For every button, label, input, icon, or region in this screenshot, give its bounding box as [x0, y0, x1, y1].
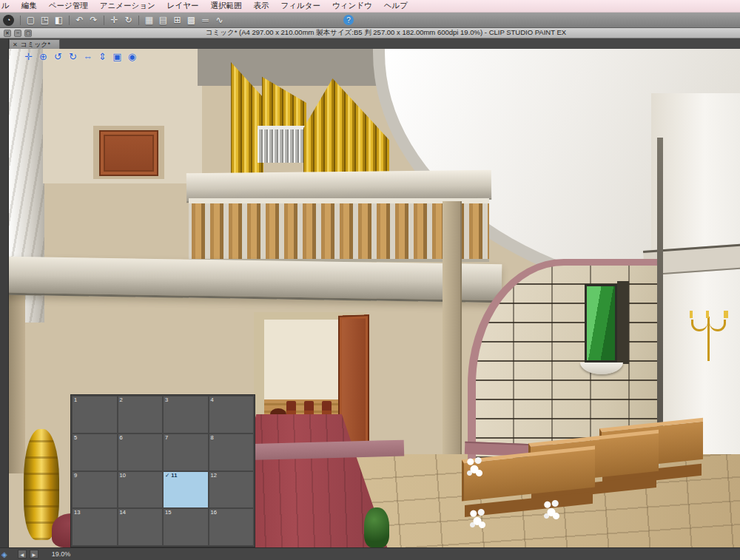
toolbar-separator: [138, 16, 139, 25]
white-flower-bouquet: [468, 506, 487, 531]
tab-label: コミック*: [21, 40, 50, 50]
navigator-icon[interactable]: ◈: [1, 550, 7, 559]
canvas-column: ✕ コミック*: [9, 38, 740, 547]
balcony-bottom-cornice: [9, 257, 502, 303]
thumbnail-number: 16: [209, 509, 218, 516]
3d-canvas[interactable]: ✛ ⊕ ↺ ↻ ⇔ ⇕ ▣ ◉ 12345678910✓ 11121314151…: [9, 49, 740, 547]
thumbnail-4[interactable]: 4: [209, 397, 254, 433]
open-file-icon[interactable]: ◳: [38, 14, 52, 27]
thumbnail-number: 14: [118, 509, 127, 516]
thumbnail-number: 2: [118, 397, 124, 404]
prev-page-button[interactable]: ◀: [18, 550, 27, 559]
clip-studio-paint-window: ル 編集 ページ管理 アニメーション レイヤー 選択範囲 表示 フィルター ウィ…: [0, 0, 740, 560]
thumbnail-number: 8: [209, 434, 215, 442]
guide-icon[interactable]: ═: [198, 14, 212, 27]
camera-rotate-icon[interactable]: ✛: [22, 50, 35, 63]
thumbnail-5[interactable]: 5: [73, 434, 117, 470]
thumbnail-12[interactable]: 12: [209, 472, 254, 508]
close-icon[interactable]: ✕: [4, 30, 11, 37]
menu-item-animation[interactable]: アニメーション: [94, 1, 161, 11]
thumbnail-8[interactable]: 8: [209, 434, 254, 470]
white-flower-bouquet: [465, 454, 484, 479]
menu-item-filter[interactable]: フィルター: [275, 1, 326, 11]
move-tool-icon[interactable]: ✛: [107, 14, 121, 27]
thumbnail-number: 9: [73, 472, 78, 479]
toolbar-separator: [69, 16, 70, 25]
thumbnail-13[interactable]: 13: [73, 509, 117, 545]
thumbnail-14[interactable]: 14: [118, 509, 163, 545]
thumbnail-10[interactable]: 10: [118, 472, 163, 508]
collapsed-palette-strip[interactable]: [0, 38, 9, 547]
wall-crevice: [657, 138, 663, 463]
thumbnail-grid: 12345678910✓ 111213141516: [70, 394, 255, 547]
menu-item-window[interactable]: ウィンドウ: [326, 1, 378, 11]
thumbnail-2[interactable]: 2: [118, 397, 163, 433]
menu-item-layer[interactable]: レイヤー: [161, 1, 205, 11]
menu-item-edit[interactable]: 編集: [16, 1, 43, 11]
thumbnail-number: ✓ 11: [164, 472, 178, 479]
thumbnail-3[interactable]: 3: [164, 397, 208, 433]
grid-icon[interactable]: ▩: [184, 14, 198, 27]
redo-icon[interactable]: ↷: [87, 14, 101, 27]
thumbnail-16[interactable]: 16: [209, 509, 254, 545]
document-title-bar: ✕ − ▢ コミック* (A4 297.00 x 210.00mm 製本サイズ:…: [0, 28, 740, 38]
clip-studio-logo-icon[interactable]: ◔: [3, 15, 14, 26]
menu-item-view[interactable]: 表示: [247, 1, 275, 11]
thumbnail-11[interactable]: ✓ 11: [164, 472, 208, 508]
undo-icon[interactable]: ↶: [73, 14, 87, 27]
thumbnail-number: 1: [73, 397, 78, 404]
camera-orbit-right-icon[interactable]: ↻: [67, 50, 79, 63]
thumbnail-number: 6: [118, 434, 124, 442]
thumbnail-number: 4: [209, 397, 215, 404]
thumbnail-15[interactable]: 15: [164, 509, 208, 545]
maximize-icon[interactable]: ▢: [24, 30, 32, 37]
wall-pilaster: [443, 201, 462, 465]
camera-orbit-left-icon[interactable]: ↺: [52, 50, 64, 63]
white-flower-bouquet: [542, 497, 561, 522]
camera-zoom-icon[interactable]: ⊕: [37, 50, 50, 63]
thumbnail-number: 15: [164, 509, 172, 516]
snap-grid-icon[interactable]: ⊞: [170, 14, 184, 27]
camera-pan-vertical-icon[interactable]: ⇕: [96, 50, 109, 63]
thumbnail-1[interactable]: 1: [73, 397, 117, 433]
next-page-button[interactable]: ▶: [30, 550, 38, 559]
thumbnail-number: 10: [118, 472, 127, 479]
document-title: コミック* (A4 297.00 x 210.00mm 製本サイズ:B5 判 2…: [32, 28, 740, 38]
toolbar-separator: [104, 16, 104, 25]
rotate-view-icon[interactable]: ↻: [121, 14, 135, 27]
green-figure: [364, 507, 389, 547]
onion-skin-icon[interactable]: ∿: [212, 14, 226, 27]
menu-bar: ル 編集 ページ管理 アニメーション レイヤー 選択範囲 表示 フィルター ウィ…: [0, 0, 740, 13]
church-corner-shadow: [9, 271, 25, 473]
upper-door: [99, 130, 158, 176]
thumbnail-number: 5: [73, 434, 78, 442]
snap-ruler-icon[interactable]: ▦: [142, 14, 156, 27]
3d-camera-toolbar: ✛ ⊕ ↺ ↻ ⇔ ⇕ ▣ ◉: [22, 50, 138, 63]
main-area: ✕ コミック*: [0, 38, 740, 547]
canvas-tab-bar: ✕ コミック*: [9, 38, 740, 49]
camera-pan-horizontal-icon[interactable]: ⇔: [81, 50, 94, 63]
help-icon[interactable]: ?: [343, 15, 354, 25]
gold-candelabra: [690, 309, 728, 367]
camera-settings-icon[interactable]: ◉: [126, 50, 138, 63]
tab-comic[interactable]: ✕ コミック*: [9, 39, 60, 49]
status-bar: ◈ ◀ ▶ 19.0%: [0, 547, 740, 560]
thumbnail-7[interactable]: 7: [164, 434, 208, 470]
zoom-level: 19.0%: [52, 550, 71, 558]
thumbnail-number: 7: [164, 434, 169, 442]
thumbnail-6[interactable]: 6: [118, 434, 163, 470]
camera-fit-view-icon[interactable]: ▣: [111, 50, 124, 63]
minimize-icon[interactable]: −: [14, 30, 21, 37]
menu-item-page-management[interactable]: ページ管理: [43, 1, 94, 11]
window-recess-shadow: [617, 281, 629, 364]
church-ceiling-band: [198, 49, 391, 86]
menu-item-help[interactable]: ヘルプ: [378, 1, 414, 11]
menu-item-file[interactable]: ル: [0, 1, 16, 11]
tab-close-icon[interactable]: ✕: [13, 41, 18, 48]
thumbnail-9[interactable]: 9: [73, 472, 117, 508]
new-file-icon[interactable]: ▢: [24, 14, 38, 27]
menu-item-selection[interactable]: 選択範囲: [204, 1, 247, 11]
save-file-icon[interactable]: ◧: [52, 14, 66, 27]
thumbnail-number: 13: [73, 509, 81, 516]
snap-special-ruler-icon[interactable]: ▤: [156, 14, 170, 27]
